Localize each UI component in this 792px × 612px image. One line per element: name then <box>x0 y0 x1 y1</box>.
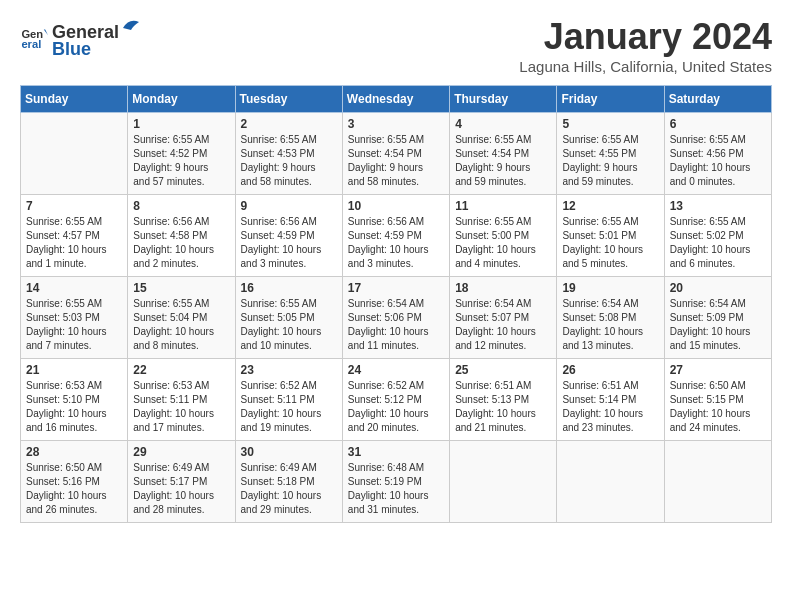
header-saturday: Saturday <box>664 86 771 113</box>
day-number: 8 <box>133 199 229 213</box>
day-number: 18 <box>455 281 551 295</box>
header-sunday: Sunday <box>21 86 128 113</box>
day-info: Sunrise: 6:55 AMSunset: 4:56 PMDaylight:… <box>670 133 766 189</box>
week-row-3: 14Sunrise: 6:55 AMSunset: 5:03 PMDayligh… <box>21 277 772 359</box>
page-header: Gen eral General Blue January 2024 Lagun… <box>20 16 772 75</box>
calendar-cell <box>450 441 557 523</box>
logo-bird-icon <box>121 16 141 38</box>
logo-icon: Gen eral <box>20 24 48 52</box>
calendar-cell: 27Sunrise: 6:50 AMSunset: 5:15 PMDayligh… <box>664 359 771 441</box>
calendar-cell: 9Sunrise: 6:56 AMSunset: 4:59 PMDaylight… <box>235 195 342 277</box>
day-info: Sunrise: 6:50 AMSunset: 5:15 PMDaylight:… <box>670 379 766 435</box>
day-info: Sunrise: 6:53 AMSunset: 5:11 PMDaylight:… <box>133 379 229 435</box>
day-number: 24 <box>348 363 444 377</box>
week-row-4: 21Sunrise: 6:53 AMSunset: 5:10 PMDayligh… <box>21 359 772 441</box>
day-number: 20 <box>670 281 766 295</box>
calendar-cell <box>557 441 664 523</box>
day-number: 11 <box>455 199 551 213</box>
header-monday: Monday <box>128 86 235 113</box>
day-info: Sunrise: 6:49 AMSunset: 5:17 PMDaylight:… <box>133 461 229 517</box>
header-row: SundayMondayTuesdayWednesdayThursdayFrid… <box>21 86 772 113</box>
calendar-cell: 3Sunrise: 6:55 AMSunset: 4:54 PMDaylight… <box>342 113 449 195</box>
day-number: 7 <box>26 199 122 213</box>
calendar-subtitle: Laguna Hills, California, United States <box>519 58 772 75</box>
day-number: 12 <box>562 199 658 213</box>
day-number: 1 <box>133 117 229 131</box>
day-info: Sunrise: 6:50 AMSunset: 5:16 PMDaylight:… <box>26 461 122 517</box>
calendar-cell: 22Sunrise: 6:53 AMSunset: 5:11 PMDayligh… <box>128 359 235 441</box>
calendar-cell <box>21 113 128 195</box>
day-info: Sunrise: 6:52 AMSunset: 5:12 PMDaylight:… <box>348 379 444 435</box>
day-info: Sunrise: 6:55 AMSunset: 4:52 PMDaylight:… <box>133 133 229 189</box>
calendar-cell: 1Sunrise: 6:55 AMSunset: 4:52 PMDaylight… <box>128 113 235 195</box>
day-info: Sunrise: 6:56 AMSunset: 4:59 PMDaylight:… <box>241 215 337 271</box>
day-info: Sunrise: 6:55 AMSunset: 5:02 PMDaylight:… <box>670 215 766 271</box>
calendar-cell: 31Sunrise: 6:48 AMSunset: 5:19 PMDayligh… <box>342 441 449 523</box>
day-number: 26 <box>562 363 658 377</box>
day-number: 23 <box>241 363 337 377</box>
calendar-body: 1Sunrise: 6:55 AMSunset: 4:52 PMDaylight… <box>21 113 772 523</box>
calendar-cell <box>664 441 771 523</box>
logo: Gen eral General Blue <box>20 16 141 60</box>
calendar-cell: 4Sunrise: 6:55 AMSunset: 4:54 PMDaylight… <box>450 113 557 195</box>
day-number: 17 <box>348 281 444 295</box>
day-number: 25 <box>455 363 551 377</box>
header-wednesday: Wednesday <box>342 86 449 113</box>
day-info: Sunrise: 6:54 AMSunset: 5:06 PMDaylight:… <box>348 297 444 353</box>
day-info: Sunrise: 6:55 AMSunset: 5:01 PMDaylight:… <box>562 215 658 271</box>
calendar-cell: 26Sunrise: 6:51 AMSunset: 5:14 PMDayligh… <box>557 359 664 441</box>
day-number: 4 <box>455 117 551 131</box>
day-number: 30 <box>241 445 337 459</box>
calendar-header: SundayMondayTuesdayWednesdayThursdayFrid… <box>21 86 772 113</box>
calendar-cell: 15Sunrise: 6:55 AMSunset: 5:04 PMDayligh… <box>128 277 235 359</box>
calendar-table: SundayMondayTuesdayWednesdayThursdayFrid… <box>20 85 772 523</box>
header-friday: Friday <box>557 86 664 113</box>
day-number: 22 <box>133 363 229 377</box>
calendar-cell: 23Sunrise: 6:52 AMSunset: 5:11 PMDayligh… <box>235 359 342 441</box>
calendar-cell: 6Sunrise: 6:55 AMSunset: 4:56 PMDaylight… <box>664 113 771 195</box>
day-info: Sunrise: 6:56 AMSunset: 4:58 PMDaylight:… <box>133 215 229 271</box>
day-info: Sunrise: 6:48 AMSunset: 5:19 PMDaylight:… <box>348 461 444 517</box>
calendar-cell: 21Sunrise: 6:53 AMSunset: 5:10 PMDayligh… <box>21 359 128 441</box>
calendar-cell: 17Sunrise: 6:54 AMSunset: 5:06 PMDayligh… <box>342 277 449 359</box>
day-number: 2 <box>241 117 337 131</box>
day-info: Sunrise: 6:55 AMSunset: 4:53 PMDaylight:… <box>241 133 337 189</box>
day-info: Sunrise: 6:52 AMSunset: 5:11 PMDaylight:… <box>241 379 337 435</box>
header-tuesday: Tuesday <box>235 86 342 113</box>
day-number: 5 <box>562 117 658 131</box>
day-number: 10 <box>348 199 444 213</box>
day-number: 14 <box>26 281 122 295</box>
day-number: 21 <box>26 363 122 377</box>
calendar-cell: 18Sunrise: 6:54 AMSunset: 5:07 PMDayligh… <box>450 277 557 359</box>
calendar-cell: 29Sunrise: 6:49 AMSunset: 5:17 PMDayligh… <box>128 441 235 523</box>
svg-text:eral: eral <box>21 38 41 50</box>
calendar-cell: 24Sunrise: 6:52 AMSunset: 5:12 PMDayligh… <box>342 359 449 441</box>
day-info: Sunrise: 6:51 AMSunset: 5:13 PMDaylight:… <box>455 379 551 435</box>
day-info: Sunrise: 6:55 AMSunset: 4:54 PMDaylight:… <box>455 133 551 189</box>
day-number: 16 <box>241 281 337 295</box>
day-number: 31 <box>348 445 444 459</box>
calendar-cell: 13Sunrise: 6:55 AMSunset: 5:02 PMDayligh… <box>664 195 771 277</box>
day-info: Sunrise: 6:56 AMSunset: 4:59 PMDaylight:… <box>348 215 444 271</box>
day-number: 19 <box>562 281 658 295</box>
day-number: 13 <box>670 199 766 213</box>
calendar-cell: 12Sunrise: 6:55 AMSunset: 5:01 PMDayligh… <box>557 195 664 277</box>
day-info: Sunrise: 6:51 AMSunset: 5:14 PMDaylight:… <box>562 379 658 435</box>
day-info: Sunrise: 6:55 AMSunset: 5:05 PMDaylight:… <box>241 297 337 353</box>
day-info: Sunrise: 6:53 AMSunset: 5:10 PMDaylight:… <box>26 379 122 435</box>
calendar-cell: 14Sunrise: 6:55 AMSunset: 5:03 PMDayligh… <box>21 277 128 359</box>
calendar-cell: 25Sunrise: 6:51 AMSunset: 5:13 PMDayligh… <box>450 359 557 441</box>
svg-marker-3 <box>44 30 48 36</box>
calendar-cell: 11Sunrise: 6:55 AMSunset: 5:00 PMDayligh… <box>450 195 557 277</box>
week-row-5: 28Sunrise: 6:50 AMSunset: 5:16 PMDayligh… <box>21 441 772 523</box>
day-info: Sunrise: 6:54 AMSunset: 5:08 PMDaylight:… <box>562 297 658 353</box>
day-info: Sunrise: 6:55 AMSunset: 4:57 PMDaylight:… <box>26 215 122 271</box>
day-info: Sunrise: 6:55 AMSunset: 5:00 PMDaylight:… <box>455 215 551 271</box>
day-number: 27 <box>670 363 766 377</box>
calendar-cell: 7Sunrise: 6:55 AMSunset: 4:57 PMDaylight… <box>21 195 128 277</box>
calendar-title: January 2024 <box>519 16 772 58</box>
calendar-cell: 10Sunrise: 6:56 AMSunset: 4:59 PMDayligh… <box>342 195 449 277</box>
day-number: 15 <box>133 281 229 295</box>
day-number: 6 <box>670 117 766 131</box>
day-info: Sunrise: 6:49 AMSunset: 5:18 PMDaylight:… <box>241 461 337 517</box>
